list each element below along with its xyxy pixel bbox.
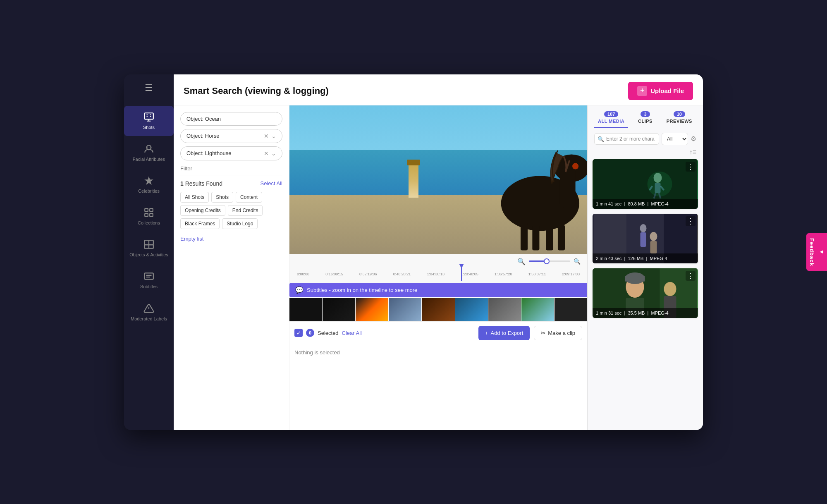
- media-dots-3[interactable]: ⋮: [686, 271, 696, 281]
- all-media-badge: 107: [604, 111, 618, 117]
- media-search-input[interactable]: [594, 133, 659, 145]
- svg-rect-10: [144, 273, 153, 279]
- media-card-1[interactable]: 1 min 41 sec | 80.8 MB | MPEG-4 ⋮: [593, 159, 698, 209]
- feedback-tab[interactable]: ◄ Feedback: [806, 233, 827, 271]
- zoom-slider[interactable]: [529, 260, 570, 262]
- page-title: Smart Search (viewing & logging): [184, 86, 329, 96]
- selected-bar: ✓ 0 Selected Clear All + Add to Export ✂: [289, 321, 587, 344]
- previews-label: PREVIEWS: [667, 119, 692, 124]
- media-card-3[interactable]: 1 min 31 sec | 35.5 MB | MPEG-4 ⋮: [593, 268, 698, 318]
- results-found: 1 Results Found: [180, 180, 222, 187]
- sidebar-collections-label: Collections: [138, 220, 160, 226]
- svg-point-16: [572, 163, 578, 169]
- thumbnail-strip[interactable]: [289, 298, 587, 321]
- media-card-2[interactable]: 2 min 43 sec | 126 MB | MPEG-4 ⋮: [593, 214, 698, 263]
- tag-horse-expand[interactable]: ⌄: [271, 133, 276, 139]
- filter-tag-all-shots[interactable]: All Shots: [180, 192, 209, 203]
- filter-tag-end-credits[interactable]: End Credits: [228, 205, 263, 216]
- sidebar-moderated-label: Moderated Labels: [131, 316, 167, 322]
- thumb-3[interactable]: [356, 298, 388, 321]
- media-filter-select[interactable]: All: [662, 133, 688, 145]
- media-info-1: 1 min 41 sec | 80.8 MB | MPEG-4: [593, 199, 698, 209]
- media-size-3: 35.5 MB: [628, 311, 645, 315]
- select-all-button[interactable]: Select All: [261, 180, 282, 186]
- media-dots-1[interactable]: ⋮: [686, 162, 696, 172]
- thumb-4[interactable]: [389, 298, 421, 321]
- media-dots-2[interactable]: ⋮: [686, 216, 696, 226]
- make-clip-button[interactable]: ✂ Make a clip: [534, 326, 582, 340]
- sidebar-item-subtitles[interactable]: Subtitles: [124, 265, 174, 295]
- selected-checkbox[interactable]: ✓: [294, 329, 303, 337]
- ts-8: 2:09:17:03: [562, 272, 580, 276]
- filter-tag-content[interactable]: Content: [236, 192, 262, 203]
- menu-icon[interactable]: ☰: [145, 83, 153, 93]
- sidebar-item-collections[interactable]: Collections: [124, 201, 174, 232]
- tag-lighthouse-text: Object: Lighthouse: [186, 150, 231, 156]
- playhead[interactable]: [461, 266, 462, 281]
- tab-clips[interactable]: 3 CLIPS: [628, 111, 662, 128]
- tag-lighthouse-expand[interactable]: ⌄: [271, 150, 276, 157]
- search-tag-horse[interactable]: Object: Horse ✕ ⌄: [180, 129, 282, 143]
- gear-button[interactable]: ⚙: [691, 135, 696, 143]
- collections-icon: [143, 207, 154, 218]
- objects-icon: [143, 239, 154, 250]
- clips-badge: 3: [641, 111, 650, 117]
- selected-text: Selected: [318, 330, 339, 336]
- media-tabs: 107 ALL MEDIA 3 CLIPS 10 PREVIEWS: [594, 111, 696, 128]
- add-to-export-button[interactable]: + Add to Export: [478, 326, 530, 340]
- svg-rect-35: [650, 241, 657, 253]
- svg-rect-8: [144, 245, 149, 248]
- sidebar-item-facial[interactable]: Facial Attributes: [124, 138, 174, 168]
- svg-point-23: [654, 173, 662, 183]
- search-tag-lighthouse[interactable]: Object: Lighthouse ✕ ⌄: [180, 146, 282, 160]
- tag-horse-remove[interactable]: ✕: [264, 133, 269, 139]
- thumb-5[interactable]: [422, 298, 454, 321]
- thumb-1[interactable]: [289, 298, 322, 321]
- tab-all-media[interactable]: 107 ALL MEDIA: [594, 111, 628, 128]
- clear-all-button[interactable]: Clear All: [342, 330, 362, 336]
- video-frame: [289, 105, 587, 254]
- sidebar-celebrities-label: Celebrities: [138, 189, 160, 194]
- svg-rect-2: [145, 208, 148, 212]
- media-duration-1: 1 min 41 sec: [596, 201, 621, 206]
- video-player[interactable]: [289, 105, 587, 254]
- sidebar-item-shots[interactable]: Shots: [124, 106, 174, 136]
- filter-tag-shots[interactable]: Shots: [211, 192, 233, 203]
- center-panel: 🔍 🔍 0:00:00 0:16:09:15 0:32:19:06 0:48:2…: [289, 105, 587, 430]
- svg-rect-33: [641, 232, 646, 247]
- thumb-8[interactable]: [521, 298, 554, 321]
- right-panel-top: 107 ALL MEDIA 3 CLIPS 10 PREVIEWS: [588, 105, 703, 159]
- subtitles-icon: [143, 271, 154, 282]
- thumb-9[interactable]: [555, 298, 587, 321]
- upload-file-button[interactable]: + Upload File: [628, 82, 693, 100]
- filter-tag-black-frames[interactable]: Black Frames: [180, 218, 220, 229]
- sidebar-item-objects[interactable]: Objects & Activities: [124, 233, 174, 263]
- zoom-thumb[interactable]: [544, 258, 550, 264]
- timeline-ruler[interactable]: 0:00:00 0:16:09:15 0:32:19:06 0:48:28:21…: [296, 268, 581, 280]
- zoom-out-icon[interactable]: 🔍: [517, 258, 526, 265]
- svg-rect-4: [145, 213, 148, 217]
- svg-point-34: [650, 232, 657, 241]
- svg-rect-24: [655, 183, 661, 193]
- facial-icon: [143, 143, 154, 154]
- timeline-area: 🔍 🔍 0:00:00 0:16:09:15 0:32:19:06 0:48:2…: [289, 254, 587, 283]
- sidebar-item-moderated[interactable]: Moderated Labels: [124, 297, 174, 327]
- thumb-7[interactable]: [488, 298, 521, 321]
- make-clip-label: Make a clip: [548, 330, 575, 336]
- svg-point-32: [640, 224, 647, 232]
- search-tag-ocean[interactable]: Object: Ocean: [180, 112, 282, 126]
- filter-tag-studio-logo[interactable]: Studio Logo: [222, 218, 258, 229]
- feedback-label: Feedback: [809, 238, 815, 266]
- filter-tags-container: All Shots Shots Content Opening Credits …: [180, 192, 282, 229]
- thumb-2[interactable]: [323, 298, 355, 321]
- tag-lighthouse-remove[interactable]: ✕: [264, 150, 269, 157]
- sort-icon[interactable]: ↑≡: [689, 148, 696, 156]
- shots-icon: [143, 112, 154, 122]
- sidebar-facial-label: Facial Attributes: [133, 157, 165, 162]
- filter-tag-opening-credits[interactable]: Opening Credits: [180, 205, 225, 216]
- tab-previews[interactable]: 10 PREVIEWS: [662, 111, 696, 128]
- sidebar-item-celebrities[interactable]: Celebrities: [124, 170, 174, 200]
- zoom-in-icon[interactable]: 🔍: [574, 258, 581, 265]
- thumb-6[interactable]: [455, 298, 488, 321]
- body-layout: Object: Ocean Object: Horse ✕ ⌄ Object: …: [174, 105, 703, 430]
